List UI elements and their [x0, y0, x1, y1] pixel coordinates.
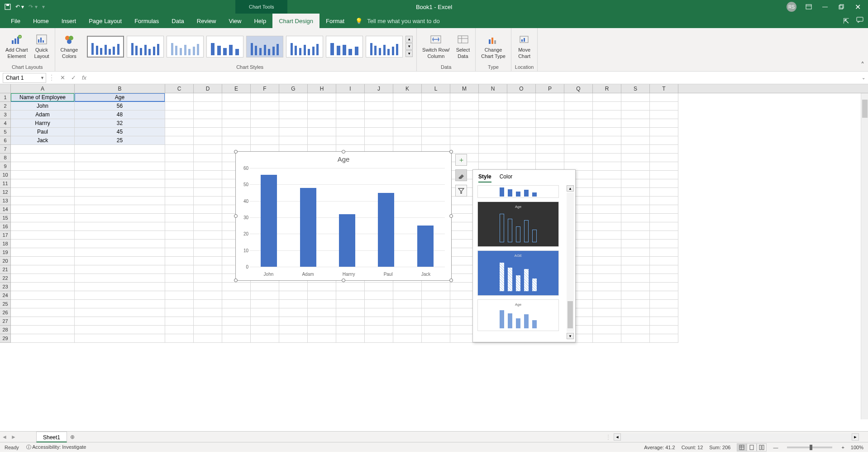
cell[interactable]: [75, 240, 165, 248]
cell[interactable]: [251, 300, 279, 308]
row-header[interactable]: 19: [0, 248, 11, 257]
menu-review[interactable]: Review: [191, 14, 223, 28]
cell[interactable]: [365, 317, 393, 326]
cell[interactable]: [75, 179, 165, 188]
cell[interactable]: [621, 102, 650, 110]
resize-handle-sw[interactable]: [234, 279, 238, 282]
cell[interactable]: [450, 110, 479, 119]
share-icon[interactable]: ⇱: [843, 17, 849, 25]
cell[interactable]: [621, 145, 650, 154]
cell[interactable]: [194, 240, 222, 248]
cell[interactable]: [194, 222, 222, 231]
cell[interactable]: [593, 145, 621, 154]
cell[interactable]: Age: [75, 93, 165, 102]
cell[interactable]: [422, 128, 450, 136]
cell[interactable]: [621, 300, 650, 308]
cell[interactable]: [165, 102, 194, 110]
cell[interactable]: [650, 154, 678, 162]
cell[interactable]: [279, 110, 308, 119]
cell[interactable]: [194, 110, 222, 119]
row-header[interactable]: 5: [0, 128, 11, 136]
cell[interactable]: [75, 162, 165, 171]
chart-filters-button[interactable]: [455, 185, 467, 197]
cell[interactable]: [621, 188, 650, 197]
cell[interactable]: [75, 188, 165, 197]
col-header-Q[interactable]: Q: [564, 84, 593, 93]
cell[interactable]: [165, 248, 194, 257]
cell[interactable]: [564, 93, 593, 102]
row-header[interactable]: 6: [0, 136, 11, 145]
flyout-scroll-thumb[interactable]: [568, 301, 573, 328]
flyout-tab-style[interactable]: Style: [478, 173, 491, 182]
cell[interactable]: [593, 136, 621, 145]
cell[interactable]: [621, 222, 650, 231]
cell[interactable]: [393, 334, 422, 343]
row-header[interactable]: 13: [0, 197, 11, 205]
cell[interactable]: [393, 119, 422, 128]
zoom-in-button[interactable]: +: [841, 445, 844, 450]
cell[interactable]: [650, 119, 678, 128]
row-header[interactable]: 29: [0, 334, 11, 343]
row-header[interactable]: 20: [0, 257, 11, 265]
cell[interactable]: [564, 128, 593, 136]
cell[interactable]: [11, 283, 75, 291]
cell[interactable]: [650, 240, 678, 248]
menu-chart-design[interactable]: Chart Design: [272, 14, 320, 28]
vertical-scrollbar[interactable]: [861, 93, 868, 419]
row-header[interactable]: 27: [0, 317, 11, 326]
cell[interactable]: [194, 248, 222, 257]
cell[interactable]: [422, 283, 450, 291]
comments-icon[interactable]: [856, 17, 863, 25]
cell[interactable]: [194, 231, 222, 240]
cell[interactable]: [11, 274, 75, 283]
cell[interactable]: [621, 93, 650, 102]
cell[interactable]: [507, 145, 536, 154]
resize-handle-ne[interactable]: [449, 150, 453, 154]
cell[interactable]: [11, 240, 75, 248]
cell[interactable]: [336, 291, 365, 300]
cell[interactable]: [11, 334, 75, 343]
row-header[interactable]: 10: [0, 171, 11, 179]
col-header-H[interactable]: H: [308, 84, 336, 93]
col-header-I[interactable]: I: [336, 84, 365, 93]
cell[interactable]: [393, 128, 422, 136]
cell[interactable]: [422, 300, 450, 308]
cell[interactable]: [222, 136, 251, 145]
cell[interactable]: 45: [75, 128, 165, 136]
cell[interactable]: [650, 257, 678, 265]
cell[interactable]: [365, 119, 393, 128]
cell[interactable]: [593, 257, 621, 265]
expand-formula-bar-icon[interactable]: ⌄: [859, 75, 868, 80]
add-sheet-button[interactable]: ⊕: [67, 432, 78, 442]
col-header-E[interactable]: E: [222, 84, 251, 93]
cell[interactable]: [279, 326, 308, 334]
cell[interactable]: [165, 162, 194, 171]
cell[interactable]: [251, 334, 279, 343]
cell[interactable]: [75, 145, 165, 154]
cell[interactable]: [336, 283, 365, 291]
cell[interactable]: [621, 291, 650, 300]
embedded-chart[interactable]: Age 0102030405060 JohnAdamHarrryPaulJack: [235, 151, 452, 281]
cell[interactable]: [194, 93, 222, 102]
cell[interactable]: Name of Employee: [11, 93, 75, 102]
cell[interactable]: [11, 188, 75, 197]
cell[interactable]: [422, 93, 450, 102]
cell[interactable]: [564, 145, 593, 154]
cell[interactable]: [536, 145, 564, 154]
row-header[interactable]: 26: [0, 308, 11, 317]
cell[interactable]: [650, 110, 678, 119]
accessibility-status[interactable]: ⓘ Accessibility: Investigate: [26, 444, 86, 451]
cell[interactable]: [650, 136, 678, 145]
cell[interactable]: [593, 240, 621, 248]
cell[interactable]: [621, 162, 650, 171]
cell[interactable]: [365, 110, 393, 119]
cell[interactable]: [621, 308, 650, 317]
cell[interactable]: [165, 179, 194, 188]
formula-input[interactable]: [90, 73, 859, 83]
chart-bar[interactable]: [339, 214, 355, 267]
cell[interactable]: [593, 283, 621, 291]
cell[interactable]: [75, 291, 165, 300]
cell[interactable]: [365, 300, 393, 308]
cell[interactable]: [593, 205, 621, 214]
cell[interactable]: [194, 188, 222, 197]
